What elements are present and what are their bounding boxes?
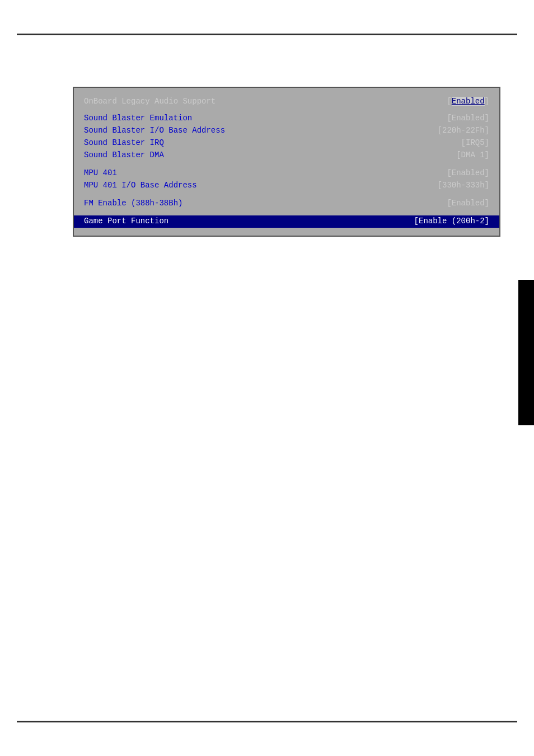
mpu-401-io-value: [330h-333h] xyxy=(438,181,489,190)
spacer-2 xyxy=(74,162,499,167)
onboard-legacy-audio-row[interactable]: OnBoard Legacy Audio Support [Enabled] xyxy=(74,96,499,107)
sound-blaster-irq-label: Sound Blaster IRQ xyxy=(84,138,164,147)
game-port-function-value: [Enable (200h-2] xyxy=(414,217,489,226)
sound-blaster-io-value: [220h-22Fh] xyxy=(438,126,489,135)
fm-enable-value: [Enabled] xyxy=(447,199,489,208)
mpu-401-label: MPU 401 xyxy=(84,168,117,177)
onboard-legacy-audio-label: OnBoard Legacy Audio Support xyxy=(84,97,216,106)
bios-settings-panel: OnBoard Legacy Audio Support [Enabled] S… xyxy=(73,87,500,237)
bottom-border xyxy=(17,721,517,722)
mpu-401-io-label: MPU 401 I/O Base Address xyxy=(84,181,197,190)
sound-blaster-emulation-row[interactable]: Sound Blaster Emulation [Enabled] xyxy=(74,112,499,125)
sound-blaster-emulation-value: [Enabled] xyxy=(447,114,489,123)
sound-blaster-dma-value: [DMA 1] xyxy=(456,151,489,159)
sound-blaster-dma-label: Sound Blaster DMA xyxy=(84,151,164,159)
sound-blaster-emulation-label: Sound Blaster Emulation xyxy=(84,114,192,123)
fm-enable-label: FM Enable (388h-38Bh) xyxy=(84,199,182,208)
mpu-401-row[interactable]: MPU 401 [Enabled] xyxy=(74,167,499,180)
onboard-legacy-audio-value: [Enabled] xyxy=(447,97,489,106)
sound-blaster-io-label: Sound Blaster I/O Base Address xyxy=(84,126,225,135)
game-port-function-row[interactable]: Game Port Function [Enable (200h-2] xyxy=(74,215,499,228)
sound-blaster-dma-row[interactable]: Sound Blaster DMA [DMA 1] xyxy=(74,149,499,162)
mpu-401-value: [Enabled] xyxy=(447,168,489,177)
sound-blaster-irq-row[interactable]: Sound Blaster IRQ [IRQ5] xyxy=(74,137,499,149)
sound-blaster-irq-value: [IRQ5] xyxy=(461,138,489,147)
spacer-1 xyxy=(74,107,499,112)
spacer-4 xyxy=(74,210,499,215)
game-port-function-label: Game Port Function xyxy=(84,217,168,226)
scrollbar[interactable] xyxy=(518,280,534,425)
fm-enable-row[interactable]: FM Enable (388h-38Bh) [Enabled] xyxy=(74,198,499,210)
enabled-highlighted: Enabled xyxy=(452,97,485,106)
spacer-3 xyxy=(74,192,499,198)
mpu-401-io-row[interactable]: MPU 401 I/O Base Address [330h-333h] xyxy=(74,180,499,192)
sound-blaster-io-row[interactable]: Sound Blaster I/O Base Address [220h-22F… xyxy=(74,125,499,137)
top-border xyxy=(17,34,517,35)
